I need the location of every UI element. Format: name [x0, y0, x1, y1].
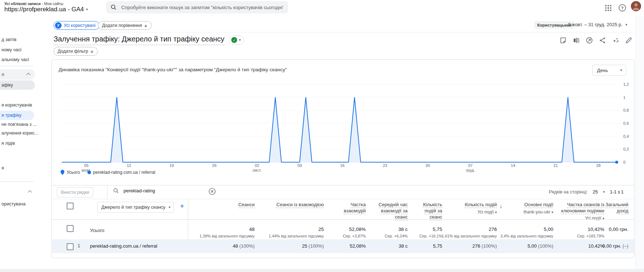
- row-checkbox[interactable]: [67, 243, 74, 250]
- breadcrumb-separator: ›: [42, 1, 43, 6]
- date-range-label: 1 жовт. – 31 груд. 2025 р.: [568, 22, 623, 27]
- audience-chip-label: Усі користувачі: [64, 23, 95, 28]
- table-search-input[interactable]: [123, 188, 208, 194]
- compare-icon[interactable]: [573, 37, 580, 44]
- y-axis-label: 0,8: [623, 108, 634, 113]
- legend-label: Усього: [67, 170, 80, 175]
- scrollbar-track[interactable]: [635, 16, 644, 272]
- x-axis-label: 26: [201, 163, 227, 168]
- chevron-down-icon: ▾: [495, 210, 497, 214]
- edit-icon[interactable]: [625, 37, 632, 44]
- page-title: Залучення трафіку: Джерело й тип трафіку…: [54, 35, 224, 45]
- rows-per-page-value[interactable]: 25: [593, 189, 598, 195]
- column-sub-select[interactable]: Усі події ▾: [448, 209, 497, 215]
- sidebar-item[interactable]: алучення корис...: [0, 130, 38, 136]
- sidebar-item[interactable]: я: [0, 165, 4, 171]
- chevron-up-icon: [26, 73, 30, 77]
- x-axis-label: 30: [415, 163, 440, 168]
- chart-legend: Усього pereklad-rating.com.ua / referral: [60, 170, 155, 175]
- chart-area: [62, 97, 617, 162]
- ga4-page: Усі облікові записи›Мои сайты https://pr…: [0, 0, 644, 272]
- add-comparison-chip[interactable]: Додати порівняння +: [98, 21, 152, 30]
- legend-item-total[interactable]: Усього: [60, 170, 80, 175]
- clear-search-icon[interactable]: [208, 188, 216, 195]
- add-dimension-button[interactable]: +: [180, 202, 184, 211]
- search-input[interactable]: [121, 4, 284, 11]
- chevron-down-icon: ▾: [239, 38, 241, 42]
- column-header-label: Сеанси із взаємодією: [276, 202, 324, 207]
- column-header-label: Кількість подій за сеанс: [423, 202, 442, 220]
- table-row[interactable]: 1pereklad-rating.com.ua / referral48 (10…: [52, 239, 634, 253]
- property-selector[interactable]: https://profpereklad.ua - GA4 ▾: [4, 6, 88, 13]
- breadcrumb: Усі облікові записи›Мои сайты: [4, 1, 63, 6]
- sidebar-item[interactable]: не пов'язана з ...: [0, 121, 36, 128]
- breadcrumb-accounts[interactable]: Усі облікові записи: [4, 1, 41, 6]
- apps-grid-icon[interactable]: [605, 4, 612, 12]
- data-quality-badge[interactable]: ✓ ▾: [229, 35, 244, 45]
- column-header[interactable]: Сеанси із взаємодією: [262, 201, 324, 208]
- timeseries-chart[interactable]: [60, 84, 620, 164]
- date-range-picker[interactable]: 1 жовт. – 31 груд. 2025 р. ▾: [568, 22, 627, 27]
- column-header-label: Кількість подій: [465, 202, 497, 207]
- help-icon[interactable]: ?: [618, 4, 627, 12]
- sort-descending-icon[interactable]: ↓: [500, 203, 503, 209]
- notes-icon[interactable]: [559, 37, 567, 44]
- svg-text:?: ?: [621, 6, 624, 10]
- column-header[interactable]: Загальний дохід: [596, 201, 628, 214]
- chevron-down-icon: ▾: [602, 216, 604, 220]
- column-header[interactable]: Частка взаємодій: [337, 201, 366, 214]
- sidebar-item[interactable]: альному часі: [0, 56, 29, 63]
- table-search[interactable]: [113, 188, 208, 194]
- sampling-icon[interactable]: [586, 37, 593, 44]
- sidebar-item[interactable]: ористувача: [0, 201, 25, 207]
- row-cell: 48 (100%): [178, 243, 255, 249]
- column-header-label: Сеанси: [238, 202, 255, 207]
- sidebar-item[interactable]: [0, 189, 36, 196]
- column-header[interactable]: Середній час взаємодії за сеанс: [368, 201, 408, 220]
- add-filter-chip[interactable]: Додати фільтр +: [54, 47, 98, 56]
- chevron-down-icon[interactable]: ▾: [603, 190, 605, 194]
- report-card: Динаміка показника "Конверсії події "tha…: [51, 59, 635, 258]
- header-divider: [51, 32, 635, 32]
- breadcrumb-sites[interactable]: Мои сайты: [44, 1, 63, 6]
- chevron-down-icon: ▾: [169, 205, 170, 209]
- avatar[interactable]: [631, 1, 641, 12]
- sidebar-item[interactable]: я трафіку: [0, 111, 34, 120]
- column-sub-select[interactable]: Усі події ▾: [546, 215, 604, 221]
- sidebar-item[interactable]: ному часі: [0, 47, 21, 53]
- controls-bottom-border: [52, 199, 634, 199]
- y-axis-label: 0,6: [623, 121, 634, 126]
- sidebar-item[interactable]: я лідів: [0, 140, 15, 147]
- property-name: https://profpereklad.ua - GA4: [4, 6, 84, 13]
- sidebar-item[interactable]: я користувачів: [0, 102, 32, 108]
- sidebar-item[interactable]: д звітів: [0, 36, 16, 43]
- import-rows-button[interactable]: Внести рядки: [57, 187, 93, 197]
- x-axis-label: 02лист.: [244, 163, 270, 173]
- row-rank: 1: [78, 243, 80, 248]
- dimension-label: Джерело й тип трафіку сеансу: [101, 205, 165, 210]
- sidebar-item-label: я користувачів: [1, 103, 32, 108]
- sidebar-item[interactable]: л: [0, 69, 35, 80]
- dimension-selector[interactable]: Джерело й тип трафіку сеансу ▾: [97, 202, 174, 213]
- column-header[interactable]: Кількість подійУсі події ▾: [448, 201, 497, 215]
- sidebar-item[interactable]: афіку: [0, 80, 35, 90]
- audience-chip[interactable]: У Усі користувачі: [54, 21, 99, 30]
- top-app-bar: Усі облікові записи›Мои сайты https://pr…: [0, 0, 644, 16]
- chart-title: Динаміка показника "Конверсії події "tha…: [59, 67, 287, 72]
- column-header[interactable]: Кількість подій за сеанс: [412, 201, 442, 220]
- chart-line: [62, 97, 617, 162]
- insights-icon[interactable]: [612, 37, 619, 44]
- chevron-down-icon: ▾: [620, 68, 622, 72]
- column-header[interactable]: Сеанси: [211, 201, 255, 208]
- select-all-checkbox[interactable]: [67, 203, 74, 209]
- pagination-range: 1-1 з 1: [610, 189, 624, 195]
- search-icon: [113, 188, 119, 194]
- granularity-select[interactable]: День ▾: [592, 65, 626, 76]
- share-icon[interactable]: [599, 37, 606, 44]
- y-axis-label: 1,2: [623, 82, 634, 87]
- audience-icon: У: [55, 22, 62, 29]
- sidebar-item-label: алучення корис...: [1, 131, 38, 136]
- global-search[interactable]: [106, 1, 288, 13]
- totals-checkbox[interactable]: [67, 225, 74, 232]
- legend-item-series[interactable]: pereklad-rating.com.ua / referral: [87, 170, 156, 175]
